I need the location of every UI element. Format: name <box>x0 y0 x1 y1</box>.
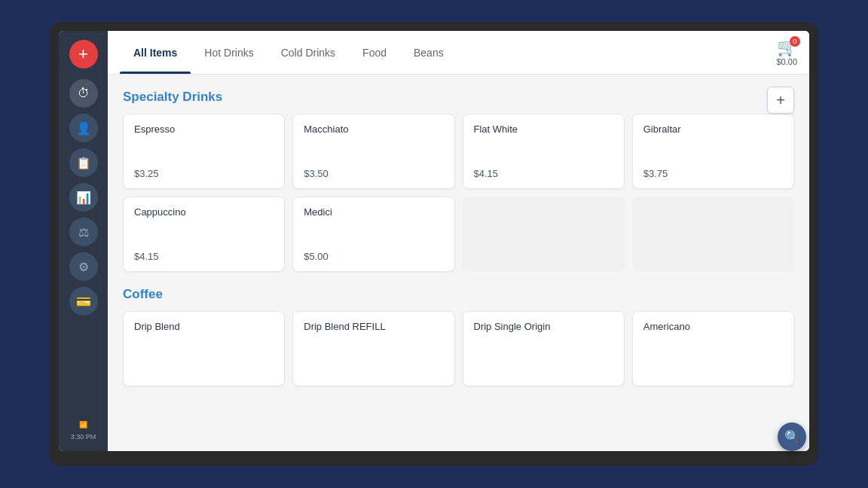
sidebar-item-payment[interactable]: 💳 <box>69 287 98 316</box>
item-name: Medici <box>304 206 443 218</box>
item-name: Macchiato <box>304 124 443 135</box>
item-price: $3.75 <box>643 168 783 179</box>
tab-all-items[interactable]: All Items <box>120 31 191 74</box>
header: All Items Hot Drinks Cold Drinks Food Be… <box>108 31 809 75</box>
add-button[interactable]: + <box>69 40 98 69</box>
cart-badge: 0 <box>790 36 800 47</box>
sidebar-item-clock[interactable]: ⏱ <box>69 79 98 108</box>
item-name: Americano <box>643 321 783 332</box>
item-card-espresso[interactable]: Espresso $3.25 <box>123 114 285 189</box>
add-item-button[interactable]: + <box>767 87 794 114</box>
cart-area[interactable]: 🛒 0 $0.00 <box>776 39 797 66</box>
tab-food[interactable]: Food <box>349 31 400 74</box>
current-time: 3:30 PM <box>71 432 96 442</box>
item-price: $4.15 <box>134 251 274 262</box>
sidebar-item-user[interactable]: 👤 <box>69 114 98 142</box>
item-card-drip-single-origin[interactable]: Drip Single Origin <box>463 311 625 386</box>
sidebar-item-settings[interactable]: ⚙ <box>69 252 98 281</box>
tab-bar: All Items Hot Drinks Cold Drinks Food Be… <box>120 31 457 74</box>
content-area: + Specialty Drinks Espresso $3.25 Macchi… <box>108 75 809 451</box>
search-fab[interactable]: 🔍 <box>778 422 806 451</box>
item-card-empty-2 <box>632 197 794 272</box>
item-card-americano[interactable]: Americano <box>632 311 794 386</box>
specialty-drinks-title: Specialty Drinks <box>123 90 794 105</box>
item-price: $4.15 <box>474 168 613 179</box>
item-price: $3.50 <box>304 168 443 179</box>
search-icon: 🔍 <box>784 429 800 445</box>
item-name: Drip Blend REFILL <box>304 321 443 332</box>
laptop-frame: + ⏱ 👤 📋 📊 ⚖ ⚙ 💳 📶 3:30 PM All Items Hot … <box>50 22 818 466</box>
sidebar-item-analytics[interactable]: 📊 <box>69 183 98 212</box>
item-price: $3.25 <box>134 168 274 179</box>
sidebar-item-scale[interactable]: ⚖ <box>69 218 98 246</box>
item-card-cappuccino[interactable]: Cappuccino $4.15 <box>123 197 285 272</box>
coffee-title: Coffee <box>123 287 794 302</box>
cart-total: $0.00 <box>776 57 797 66</box>
tab-hot-drinks[interactable]: Hot Drinks <box>191 31 267 74</box>
screen: + ⏱ 👤 📋 📊 ⚖ ⚙ 💳 📶 3:30 PM All Items Hot … <box>59 31 809 451</box>
sidebar-item-orders[interactable]: 📋 <box>69 148 98 177</box>
item-name: Espresso <box>134 124 274 135</box>
item-name: Flat White <box>474 124 613 135</box>
coffee-grid: Drip Blend Drip Blend REFILL Drip Single… <box>123 311 794 386</box>
item-name: Drip Blend <box>134 321 274 332</box>
sidebar-bottom: 📶 3:30 PM <box>71 420 96 442</box>
wifi-signal: 📶 <box>79 420 87 430</box>
tab-cold-drinks[interactable]: Cold Drinks <box>267 31 349 74</box>
item-name: Cappuccino <box>134 206 274 218</box>
item-card-medici[interactable]: Medici $5.00 <box>292 197 454 272</box>
tab-beans[interactable]: Beans <box>400 31 457 74</box>
item-card-flat-white[interactable]: Flat White $4.15 <box>463 114 625 189</box>
item-name: Gibraltar <box>643 124 783 135</box>
specialty-drinks-grid: Espresso $3.25 Macchiato $3.50 Flat Whit… <box>123 114 794 272</box>
item-card-empty-1 <box>463 197 625 272</box>
item-card-drip-blend[interactable]: Drip Blend <box>123 311 285 386</box>
item-card-drip-blend-refill[interactable]: Drip Blend REFILL <box>292 311 454 386</box>
main-area: All Items Hot Drinks Cold Drinks Food Be… <box>108 31 809 451</box>
item-name: Drip Single Origin <box>474 321 613 332</box>
item-card-gibraltar[interactable]: Gibraltar $3.75 <box>632 114 794 189</box>
item-card-macchiato[interactable]: Macchiato $3.50 <box>292 114 454 189</box>
item-price: $5.00 <box>304 251 443 262</box>
sidebar: + ⏱ 👤 📋 📊 ⚖ ⚙ 💳 📶 3:30 PM <box>59 31 108 451</box>
